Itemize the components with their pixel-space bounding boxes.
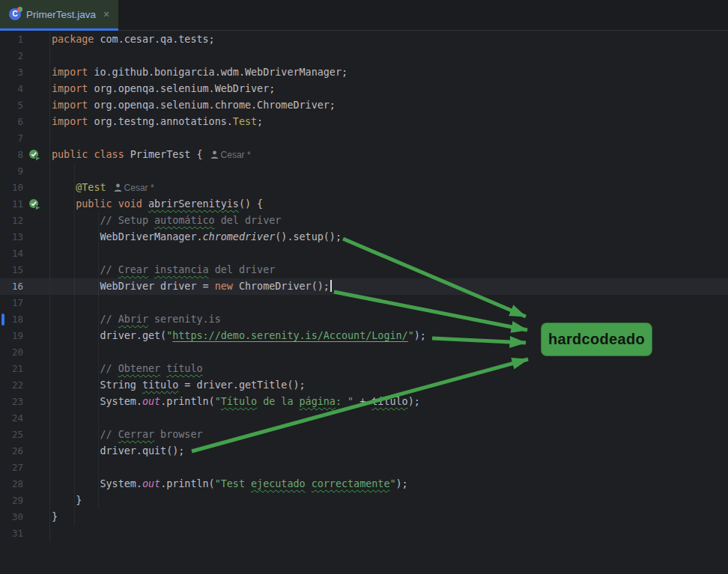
gutter: 27 (0, 459, 50, 476)
code-line[interactable]: 22 String titulo = driver.getTitle(); (0, 377, 728, 394)
code-line[interactable]: 17 (0, 295, 728, 311)
code-line[interactable]: 29 } (0, 492, 728, 509)
code-token: com.cesar.qa.tests; (94, 34, 214, 45)
code-line[interactable]: 24 (0, 410, 728, 427)
code-text[interactable]: WebDriver driver = new ChromeDriver(); (50, 278, 728, 295)
gutter: 9 (0, 163, 50, 180)
code-line[interactable]: 25 // Cerrar browser (0, 427, 728, 443)
code-editor[interactable]: 1package com.cesar.qa.tests;23import io.… (0, 31, 728, 542)
code-text[interactable]: import org.testng.annotations.Test; (50, 114, 728, 130)
gutter: 29 (0, 492, 50, 509)
code-line[interactable]: 16 WebDriver driver = new ChromeDriver()… (0, 278, 728, 295)
code-token: Obtener (118, 363, 160, 374)
code-line[interactable]: 5import org.openqa.selenium.chrome.Chrom… (0, 97, 728, 114)
line-number: 12 (12, 213, 23, 229)
code-text[interactable] (50, 459, 728, 476)
code-area[interactable]: 1package com.cesar.qa.tests;23import io.… (0, 31, 728, 542)
code-text[interactable]: import org.openqa.selenium.WebDriver; (50, 81, 728, 97)
code-text[interactable]: @TestCesar * (50, 180, 728, 196)
code-text[interactable]: public class PrimerTest {Cesar * (50, 147, 728, 163)
code-line[interactable]: 12 // Setup automático del driver (0, 213, 728, 229)
code-token (52, 478, 100, 489)
code-line[interactable]: 23 System.out.println("Título de la pági… (0, 394, 728, 410)
code-text[interactable] (50, 410, 728, 427)
code-line[interactable]: 9 (0, 163, 728, 180)
code-line[interactable]: 30} (0, 509, 728, 525)
code-line[interactable]: 28 System.out.println("Test ejecutado co… (0, 476, 728, 492)
code-token (148, 264, 154, 275)
code-token (52, 363, 100, 374)
code-text[interactable]: WebDriverManager.chromedriver().setup(); (50, 229, 728, 245)
code-text[interactable]: System.out.println("Título de la página:… (50, 394, 728, 410)
code-line[interactable]: 2 (0, 48, 728, 64)
code-token (52, 396, 100, 407)
code-token: automático (154, 215, 215, 226)
code-line[interactable]: 14 (0, 245, 728, 262)
code-text[interactable]: } (50, 492, 728, 509)
code-text[interactable]: System.out.println("Test ejecutado corre… (50, 476, 728, 492)
code-line[interactable]: 21 // Obtener título (0, 361, 728, 377)
gutter: 24 (0, 410, 50, 427)
line-number: 16 (12, 278, 23, 295)
code-line[interactable]: 7 (0, 130, 728, 147)
code-line[interactable]: 3import io.github.bonigarcia.wdm.WebDriv… (0, 64, 728, 81)
run-test-icon[interactable] (28, 149, 41, 162)
code-token: ().setup(); (275, 231, 342, 242)
code-line[interactable]: 13 WebDriverManager.chromedriver().setup… (0, 229, 728, 245)
code-text[interactable]: public void abrirSerenityis() { (50, 196, 728, 213)
code-text[interactable]: import org.openqa.selenium.chrome.Chrome… (50, 97, 728, 114)
code-token: // (100, 363, 118, 374)
code-line[interactable]: 6import org.testng.annotations.Test; (0, 114, 728, 130)
code-text[interactable]: // Cerrar browser (50, 427, 728, 443)
code-token: WebDriverManager. (100, 231, 203, 242)
code-text[interactable] (50, 48, 728, 64)
code-line[interactable]: 31 (0, 525, 728, 542)
code-text[interactable]: import io.github.bonigarcia.wdm.WebDrive… (50, 64, 728, 81)
author-inlay-hint[interactable]: Cesar * (210, 150, 251, 160)
code-text[interactable]: // Obtener título (50, 361, 728, 377)
code-token: Abrir (118, 314, 148, 325)
code-token: import (52, 116, 88, 127)
code-token: public (52, 149, 88, 160)
code-text[interactable] (50, 245, 728, 262)
code-line[interactable]: 10 @TestCesar * (0, 180, 728, 196)
close-tab-icon[interactable]: × (103, 8, 109, 20)
code-token: } (52, 511, 58, 522)
code-text[interactable]: // Crear instancia del driver (50, 262, 728, 278)
code-line[interactable]: 4import org.openqa.selenium.WebDriver; (0, 81, 728, 97)
code-token: PrimerTest { (124, 149, 203, 160)
code-token: org.testng.annotations. (88, 116, 232, 127)
author-inlay-hint[interactable]: Cesar * (114, 183, 154, 193)
run-test-icon[interactable] (28, 198, 41, 211)
code-text[interactable] (50, 295, 728, 311)
gutter: 20 (0, 344, 50, 361)
code-line[interactable]: 8public class PrimerTest {Cesar * (0, 147, 728, 163)
line-number: 22 (12, 377, 23, 394)
code-line[interactable]: 26 driver.quit(); (0, 443, 728, 459)
code-text[interactable]: String titulo = driver.getTitle(); (50, 377, 728, 394)
code-text[interactable]: package com.cesar.qa.tests; (50, 31, 728, 48)
code-token: void (118, 198, 142, 210)
code-token: org.openqa.selenium.chrome.ChromeDriver; (88, 100, 336, 111)
gutter: 22 (0, 377, 50, 394)
code-text[interactable] (50, 525, 728, 542)
code-text[interactable] (50, 130, 728, 147)
code-token: class (94, 149, 124, 160)
code-line[interactable]: 27 (0, 459, 728, 476)
line-number: 19 (12, 328, 23, 344)
editor-tab-bar: C PrimerTest.java × (0, 0, 728, 31)
code-text[interactable]: } (50, 509, 728, 525)
code-line[interactable]: 11 public void abrirSerenityis() { (0, 196, 728, 213)
code-text[interactable]: driver.quit(); (50, 443, 728, 459)
code-text[interactable] (50, 163, 728, 180)
code-line[interactable]: 15 // Crear instancia del driver (0, 262, 728, 278)
code-line[interactable]: 1package com.cesar.qa.tests; (0, 31, 728, 48)
tab-primertest-java[interactable]: C PrimerTest.java × (0, 0, 118, 31)
vcs-change-marker[interactable] (1, 314, 4, 326)
code-token: // (100, 429, 118, 440)
gutter: 31 (0, 525, 50, 542)
code-text[interactable]: // Setup automático del driver (50, 213, 728, 229)
gutter: 2 (0, 48, 50, 64)
line-number: 9 (17, 163, 23, 180)
code-token (52, 215, 100, 226)
